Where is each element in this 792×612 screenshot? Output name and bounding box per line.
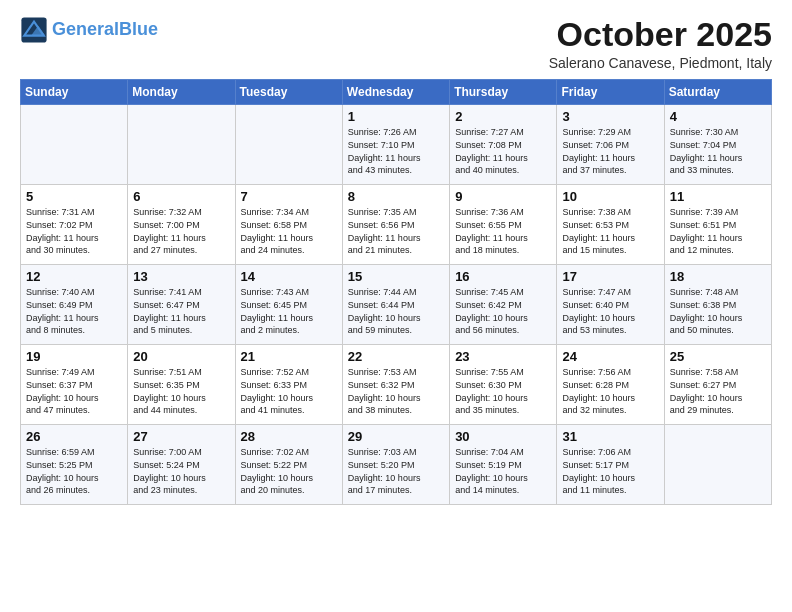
col-friday: Friday — [557, 80, 664, 105]
day-cell: 28Sunrise: 7:02 AM Sunset: 5:22 PM Dayli… — [235, 425, 342, 505]
day-info: Sunrise: 7:49 AM Sunset: 6:37 PM Dayligh… — [26, 366, 122, 416]
week-row-4: 19Sunrise: 7:49 AM Sunset: 6:37 PM Dayli… — [21, 345, 772, 425]
day-info: Sunrise: 7:32 AM Sunset: 7:00 PM Dayligh… — [133, 206, 229, 256]
page: GeneralBlue October 2025 Salerano Canave… — [0, 0, 792, 525]
week-row-2: 5Sunrise: 7:31 AM Sunset: 7:02 PM Daylig… — [21, 185, 772, 265]
day-cell: 3Sunrise: 7:29 AM Sunset: 7:06 PM Daylig… — [557, 105, 664, 185]
day-number: 6 — [133, 189, 229, 204]
day-cell: 16Sunrise: 7:45 AM Sunset: 6:42 PM Dayli… — [450, 265, 557, 345]
day-number: 16 — [455, 269, 551, 284]
day-number: 3 — [562, 109, 658, 124]
day-info: Sunrise: 7:43 AM Sunset: 6:45 PM Dayligh… — [241, 286, 337, 336]
header: GeneralBlue October 2025 Salerano Canave… — [20, 16, 772, 71]
logo: GeneralBlue — [20, 16, 158, 44]
day-info: Sunrise: 7:27 AM Sunset: 7:08 PM Dayligh… — [455, 126, 551, 176]
day-cell: 22Sunrise: 7:53 AM Sunset: 6:32 PM Dayli… — [342, 345, 449, 425]
day-info: Sunrise: 7:39 AM Sunset: 6:51 PM Dayligh… — [670, 206, 766, 256]
day-info: Sunrise: 7:48 AM Sunset: 6:38 PM Dayligh… — [670, 286, 766, 336]
day-cell: 6Sunrise: 7:32 AM Sunset: 7:00 PM Daylig… — [128, 185, 235, 265]
day-info: Sunrise: 7:41 AM Sunset: 6:47 PM Dayligh… — [133, 286, 229, 336]
day-cell: 7Sunrise: 7:34 AM Sunset: 6:58 PM Daylig… — [235, 185, 342, 265]
day-cell: 18Sunrise: 7:48 AM Sunset: 6:38 PM Dayli… — [664, 265, 771, 345]
day-cell: 23Sunrise: 7:55 AM Sunset: 6:30 PM Dayli… — [450, 345, 557, 425]
day-number: 10 — [562, 189, 658, 204]
day-info: Sunrise: 7:31 AM Sunset: 7:02 PM Dayligh… — [26, 206, 122, 256]
day-cell: 19Sunrise: 7:49 AM Sunset: 6:37 PM Dayli… — [21, 345, 128, 425]
logo-icon — [20, 16, 48, 44]
day-number: 25 — [670, 349, 766, 364]
day-cell: 9Sunrise: 7:36 AM Sunset: 6:55 PM Daylig… — [450, 185, 557, 265]
day-number: 11 — [670, 189, 766, 204]
day-number: 7 — [241, 189, 337, 204]
day-info: Sunrise: 7:38 AM Sunset: 6:53 PM Dayligh… — [562, 206, 658, 256]
day-number: 21 — [241, 349, 337, 364]
day-info: Sunrise: 7:03 AM Sunset: 5:20 PM Dayligh… — [348, 446, 444, 496]
month-title: October 2025 — [549, 16, 772, 53]
day-number: 24 — [562, 349, 658, 364]
day-info: Sunrise: 6:59 AM Sunset: 5:25 PM Dayligh… — [26, 446, 122, 496]
day-number: 8 — [348, 189, 444, 204]
day-number: 30 — [455, 429, 551, 444]
day-cell — [235, 105, 342, 185]
day-number: 13 — [133, 269, 229, 284]
day-cell: 10Sunrise: 7:38 AM Sunset: 6:53 PM Dayli… — [557, 185, 664, 265]
day-cell: 2Sunrise: 7:27 AM Sunset: 7:08 PM Daylig… — [450, 105, 557, 185]
day-info: Sunrise: 7:30 AM Sunset: 7:04 PM Dayligh… — [670, 126, 766, 176]
day-info: Sunrise: 7:45 AM Sunset: 6:42 PM Dayligh… — [455, 286, 551, 336]
day-info: Sunrise: 7:53 AM Sunset: 6:32 PM Dayligh… — [348, 366, 444, 416]
day-number: 15 — [348, 269, 444, 284]
day-info: Sunrise: 7:47 AM Sunset: 6:40 PM Dayligh… — [562, 286, 658, 336]
day-cell: 13Sunrise: 7:41 AM Sunset: 6:47 PM Dayli… — [128, 265, 235, 345]
week-row-1: 1Sunrise: 7:26 AM Sunset: 7:10 PM Daylig… — [21, 105, 772, 185]
weekday-header-row: Sunday Monday Tuesday Wednesday Thursday… — [21, 80, 772, 105]
day-info: Sunrise: 7:58 AM Sunset: 6:27 PM Dayligh… — [670, 366, 766, 416]
day-number: 18 — [670, 269, 766, 284]
day-number: 28 — [241, 429, 337, 444]
day-info: Sunrise: 7:55 AM Sunset: 6:30 PM Dayligh… — [455, 366, 551, 416]
day-number: 31 — [562, 429, 658, 444]
col-saturday: Saturday — [664, 80, 771, 105]
day-cell: 21Sunrise: 7:52 AM Sunset: 6:33 PM Dayli… — [235, 345, 342, 425]
day-info: Sunrise: 7:29 AM Sunset: 7:06 PM Dayligh… — [562, 126, 658, 176]
day-info: Sunrise: 7:56 AM Sunset: 6:28 PM Dayligh… — [562, 366, 658, 416]
day-info: Sunrise: 7:40 AM Sunset: 6:49 PM Dayligh… — [26, 286, 122, 336]
day-number: 2 — [455, 109, 551, 124]
col-sunday: Sunday — [21, 80, 128, 105]
location: Salerano Canavese, Piedmont, Italy — [549, 55, 772, 71]
day-number: 22 — [348, 349, 444, 364]
logo-text: GeneralBlue — [52, 20, 158, 40]
day-info: Sunrise: 7:02 AM Sunset: 5:22 PM Dayligh… — [241, 446, 337, 496]
day-number: 29 — [348, 429, 444, 444]
day-cell — [664, 425, 771, 505]
col-thursday: Thursday — [450, 80, 557, 105]
day-number: 20 — [133, 349, 229, 364]
day-cell: 14Sunrise: 7:43 AM Sunset: 6:45 PM Dayli… — [235, 265, 342, 345]
day-cell: 5Sunrise: 7:31 AM Sunset: 7:02 PM Daylig… — [21, 185, 128, 265]
day-cell: 1Sunrise: 7:26 AM Sunset: 7:10 PM Daylig… — [342, 105, 449, 185]
day-cell: 8Sunrise: 7:35 AM Sunset: 6:56 PM Daylig… — [342, 185, 449, 265]
day-cell: 26Sunrise: 6:59 AM Sunset: 5:25 PM Dayli… — [21, 425, 128, 505]
day-cell: 12Sunrise: 7:40 AM Sunset: 6:49 PM Dayli… — [21, 265, 128, 345]
day-cell — [21, 105, 128, 185]
day-cell: 17Sunrise: 7:47 AM Sunset: 6:40 PM Dayli… — [557, 265, 664, 345]
day-number: 14 — [241, 269, 337, 284]
day-number: 9 — [455, 189, 551, 204]
day-number: 27 — [133, 429, 229, 444]
day-cell: 30Sunrise: 7:04 AM Sunset: 5:19 PM Dayli… — [450, 425, 557, 505]
day-info: Sunrise: 7:06 AM Sunset: 5:17 PM Dayligh… — [562, 446, 658, 496]
day-cell: 24Sunrise: 7:56 AM Sunset: 6:28 PM Dayli… — [557, 345, 664, 425]
logo-blue: Blue — [119, 19, 158, 39]
logo-general: General — [52, 19, 119, 39]
col-monday: Monday — [128, 80, 235, 105]
day-info: Sunrise: 7:36 AM Sunset: 6:55 PM Dayligh… — [455, 206, 551, 256]
col-wednesday: Wednesday — [342, 80, 449, 105]
day-info: Sunrise: 7:04 AM Sunset: 5:19 PM Dayligh… — [455, 446, 551, 496]
day-number: 12 — [26, 269, 122, 284]
day-cell: 25Sunrise: 7:58 AM Sunset: 6:27 PM Dayli… — [664, 345, 771, 425]
day-number: 26 — [26, 429, 122, 444]
title-block: October 2025 Salerano Canavese, Piedmont… — [549, 16, 772, 71]
day-number: 1 — [348, 109, 444, 124]
day-number: 19 — [26, 349, 122, 364]
day-cell: 15Sunrise: 7:44 AM Sunset: 6:44 PM Dayli… — [342, 265, 449, 345]
day-info: Sunrise: 7:35 AM Sunset: 6:56 PM Dayligh… — [348, 206, 444, 256]
